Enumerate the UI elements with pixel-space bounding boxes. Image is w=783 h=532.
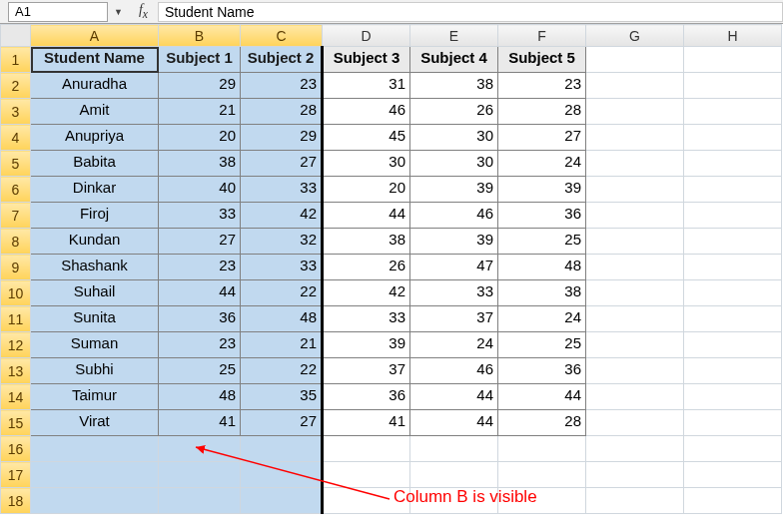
cell-F9[interactable]: 48 [498,255,586,280]
col-head-g[interactable]: G [586,25,684,47]
row-head-16[interactable]: 16 [1,436,31,462]
cell-C14[interactable]: 35 [241,384,323,410]
cell-D17[interactable] [323,462,410,488]
row-head-3[interactable]: 3 [1,99,31,125]
cell-E11[interactable]: 37 [410,306,498,332]
cell-F16[interactable] [498,436,586,462]
cell-H12[interactable] [684,332,782,358]
cell-C9[interactable]: 33 [241,255,323,280]
cell-D1[interactable]: Subject 3 [323,47,410,73]
cell-G2[interactable] [586,73,684,99]
cell-G17[interactable] [586,462,684,488]
row-head-2[interactable]: 2 [1,73,31,99]
cell-F10[interactable]: 38 [498,280,586,306]
col-head-c[interactable]: C [241,25,323,47]
cell-D11[interactable]: 33 [323,306,410,332]
row-head-5[interactable]: 5 [1,151,31,177]
col-head-f[interactable]: F [498,25,586,47]
cell-A4[interactable]: Anupriya [31,125,159,151]
cell-B15[interactable]: 41 [159,410,241,436]
cell-E12[interactable]: 24 [410,332,498,358]
cell-A7[interactable]: Firoj [31,203,159,229]
cell-H4[interactable] [684,125,782,151]
cell-H18[interactable] [684,488,782,514]
cell-A10[interactable]: Suhail [31,280,159,306]
cell-E8[interactable]: 39 [410,229,498,255]
cell-C5[interactable]: 27 [241,151,323,177]
cell-D3[interactable]: 46 [323,99,410,125]
cell-C10[interactable]: 22 [241,280,323,306]
cell-F14[interactable]: 44 [498,384,586,410]
cell-C2[interactable]: 23 [241,73,323,99]
cell-B3[interactable]: 21 [159,99,241,125]
cell-C13[interactable]: 22 [241,358,323,384]
cell-E9[interactable]: 47 [410,255,498,280]
cell-D13[interactable]: 37 [323,358,410,384]
cell-D16[interactable] [323,436,410,462]
select-all-corner[interactable] [1,25,31,47]
row-head-18[interactable]: 18 [1,488,31,514]
row-head-6[interactable]: 6 [1,177,31,203]
cell-G10[interactable] [586,280,684,306]
cell-A1[interactable]: Student Name [31,47,159,73]
cell-H14[interactable] [684,384,782,410]
cell-A5[interactable]: Babita [31,151,159,177]
cell-D9[interactable]: 26 [323,255,410,280]
cell-C8[interactable]: 32 [241,229,323,255]
cell-E10[interactable]: 33 [410,280,498,306]
cell-D14[interactable]: 36 [323,384,410,410]
cell-B12[interactable]: 23 [159,332,241,358]
cell-F11[interactable]: 24 [498,306,586,332]
cell-B2[interactable]: 29 [159,73,241,99]
row-head-7[interactable]: 7 [1,203,31,229]
cell-C12[interactable]: 21 [241,332,323,358]
col-head-h[interactable]: H [684,25,782,47]
cell-C3[interactable]: 28 [241,99,323,125]
cell-E3[interactable]: 26 [410,99,498,125]
cell-A2[interactable]: Anuradha [31,73,159,99]
col-head-d[interactable]: D [323,25,410,47]
col-head-e[interactable]: E [410,25,498,47]
cell-F12[interactable]: 25 [498,332,586,358]
cell-E16[interactable] [410,436,498,462]
cell-C11[interactable]: 48 [241,306,323,332]
cell-D7[interactable]: 44 [323,203,410,229]
cell-F13[interactable]: 36 [498,358,586,384]
cell-F15[interactable]: 28 [498,410,586,436]
cell-H11[interactable] [684,306,782,332]
row-head-10[interactable]: 10 [1,280,31,306]
cell-G12[interactable] [586,332,684,358]
cell-E2[interactable]: 38 [410,73,498,99]
cell-D8[interactable]: 38 [323,229,410,255]
fx-icon[interactable]: fx [129,2,158,21]
cell-C1[interactable]: Subject 2 [241,47,323,73]
cell-G3[interactable] [586,99,684,125]
cell-G9[interactable] [586,255,684,280]
cell-B10[interactable]: 44 [159,280,241,306]
cell-B4[interactable]: 20 [159,125,241,151]
row-head-13[interactable]: 13 [1,358,31,384]
cell-F2[interactable]: 23 [498,73,586,99]
cell-H16[interactable] [684,436,782,462]
cell-H10[interactable] [684,280,782,306]
cell-D10[interactable]: 42 [323,280,410,306]
cell-E6[interactable]: 39 [410,177,498,203]
cell-B17[interactable] [159,462,241,488]
cell-F5[interactable]: 24 [498,151,586,177]
cell-G13[interactable] [586,358,684,384]
cell-F1[interactable]: Subject 5 [498,47,586,73]
cell-G1[interactable] [586,47,684,73]
cell-F4[interactable]: 27 [498,125,586,151]
cell-H17[interactable] [684,462,782,488]
cell-G7[interactable] [586,203,684,229]
cell-A15[interactable]: Virat [31,410,159,436]
cell-B13[interactable]: 25 [159,358,241,384]
cell-G8[interactable] [586,229,684,255]
row-head-8[interactable]: 8 [1,229,31,255]
row-head-1[interactable]: 1 [1,47,31,73]
cell-G11[interactable] [586,306,684,332]
row-head-9[interactable]: 9 [1,255,31,280]
cell-H1[interactable] [684,47,782,73]
cell-A13[interactable]: Subhi [31,358,159,384]
cell-B6[interactable]: 40 [159,177,241,203]
